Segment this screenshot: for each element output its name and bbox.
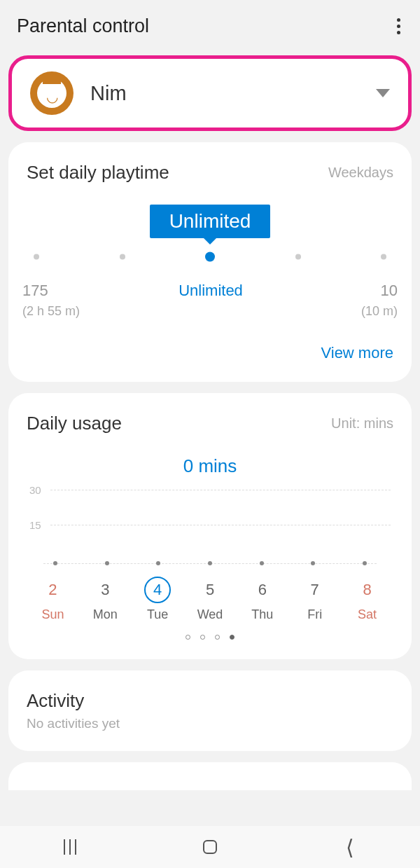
day-wed[interactable]: 5Wed	[184, 577, 237, 622]
next-card[interactable]	[8, 762, 412, 790]
day-selector[interactable]: 2Sun 3Mon 4Tue 5Wed 6Thu 7Fri 8Sat	[27, 577, 393, 622]
nav-back-button[interactable]: ⟨	[308, 835, 392, 860]
day-sun[interactable]: 2Sun	[27, 577, 79, 622]
playtime-tooltip: Unlimited	[150, 205, 271, 238]
profile-selector[interactable]: Nim	[8, 55, 412, 131]
slider-label-left: 175 (2 h 55 m)	[22, 282, 80, 319]
grid-label: 30	[29, 484, 41, 496]
slider-thumb[interactable]	[205, 252, 215, 262]
grid-label: 15	[29, 519, 41, 531]
usage-title: Daily usage	[27, 413, 122, 434]
usage-value: 0 mins	[27, 455, 393, 477]
day-sat[interactable]: 8Sat	[341, 577, 393, 622]
day-mon[interactable]: 3Mon	[79, 577, 132, 622]
slider-label-center: Unlimited	[178, 282, 243, 319]
home-icon	[203, 840, 217, 854]
activity-card[interactable]: Activity No activities yet	[8, 670, 412, 751]
activity-title: Activity	[27, 690, 393, 712]
slider-label-right: 10 (10 m)	[342, 282, 398, 319]
back-icon: ⟨	[346, 835, 354, 860]
usage-card: Daily usage Unit: mins 0 mins 30 15 2Sun…	[8, 393, 412, 659]
playtime-mode[interactable]: Weekdays	[328, 165, 393, 181]
day-tue[interactable]: 4Tue	[132, 577, 184, 622]
profile-name: Nim	[90, 82, 359, 105]
usage-unit: Unit: mins	[331, 415, 393, 432]
slider-tick	[381, 254, 386, 260]
day-fri[interactable]: 7Fri	[288, 577, 341, 622]
page-indicator[interactable]	[27, 635, 393, 640]
slider-tick	[34, 254, 39, 260]
recents-icon	[64, 839, 76, 855]
view-more-link[interactable]: View more	[27, 344, 393, 362]
nav-home-button[interactable]	[168, 840, 252, 854]
playtime-card: Set daily playtime Weekdays Unlimited 17…	[8, 142, 412, 382]
slider-tick	[295, 254, 301, 260]
navigation-bar: ⟨	[0, 826, 420, 868]
usage-chart: 30 15	[29, 490, 391, 574]
nav-recents-button[interactable]	[28, 841, 112, 853]
slider-tick	[120, 254, 125, 260]
more-options-icon[interactable]	[394, 15, 403, 37]
day-thu[interactable]: 6Thu	[236, 577, 288, 622]
playtime-slider[interactable]	[34, 251, 386, 265]
avatar-icon	[30, 71, 74, 115]
activity-subtitle: No activities yet	[27, 716, 393, 731]
playtime-title: Set daily playtime	[27, 162, 169, 184]
chevron-down-icon	[376, 89, 390, 97]
page-title: Parental control	[17, 15, 149, 37]
